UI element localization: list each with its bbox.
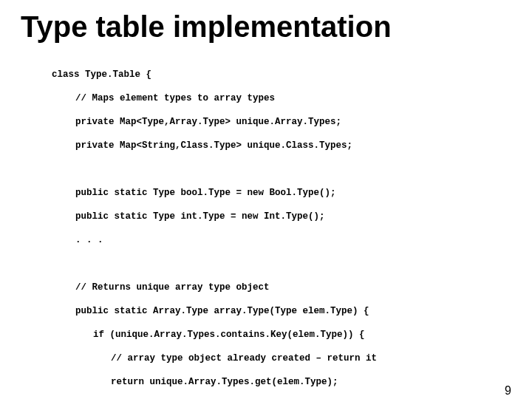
code-line: return unique.Array.Types.get(elem.Type)…: [52, 376, 502, 388]
code-line: if (unique.Array.Types.contains.Key(elem…: [52, 329, 502, 341]
code-line: // Returns unique array type object: [52, 282, 502, 293]
code-line: public static Type int.Type = new Int.Ty…: [52, 211, 502, 222]
code-line: public static Type bool.Type = new Bool.…: [52, 187, 502, 199]
code-line: private Map<Type,Array.Type> unique.Arra…: [52, 116, 502, 128]
code-line: private Map<String,Class.Type> unique.Cl…: [52, 140, 502, 151]
code-line: class Type.Table {: [52, 69, 502, 81]
page-number: 9: [505, 384, 511, 398]
code-line: . . .: [52, 234, 502, 246]
code-line: [52, 258, 502, 270]
slide-title: Type table implementation: [21, 10, 532, 44]
code-line: public static Array.Type array.Type(Type…: [52, 305, 502, 317]
slide: Type table implementation class Type.Tab…: [0, 10, 532, 399]
code-block: class Type.Table { // Maps element types…: [52, 57, 502, 399]
code-line: // Maps element types to array types: [52, 92, 502, 104]
code-line: // array type object already created – r…: [52, 352, 502, 364]
code-line: [52, 163, 502, 175]
